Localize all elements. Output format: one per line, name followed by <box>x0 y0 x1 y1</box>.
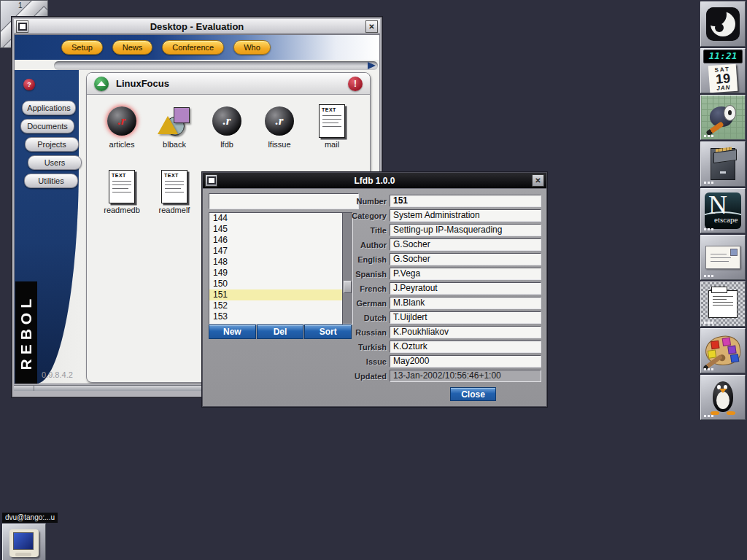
sidebar-item-documents[interactable]: Documents <box>20 119 74 133</box>
field-value-russian[interactable]: K.Poukhliakov <box>390 326 541 338</box>
desktop: 1 Desktop - Evaluation ✕ SetupNewsConfer… <box>0 0 747 560</box>
miniaturize-button[interactable] <box>16 20 28 33</box>
nav-buttons: SetupNewsConferenceWho <box>61 40 271 55</box>
netscape-text: etscape <box>714 215 738 224</box>
rebol-glyph: .r <box>223 114 231 128</box>
folder-icon-mail[interactable]: TEXTmail <box>306 104 358 166</box>
folder-icon-lfissue[interactable]: .rlfissue <box>253 104 306 166</box>
sidebar-item-users[interactable]: Users <box>28 155 82 170</box>
minimized-terminal[interactable]: dvu@tango:...u <box>2 510 58 560</box>
form-row-german: GermanM.Blank <box>334 297 541 309</box>
list-item-146[interactable]: 146 <box>209 235 342 246</box>
field-value-dutch[interactable]: T.Uijldert <box>390 311 541 324</box>
linuxfocus-header[interactable]: LinuxFocus ! <box>87 73 370 95</box>
folder-icon-label: readmelf <box>159 206 190 214</box>
alert-icon[interactable]: ! <box>348 77 363 91</box>
folder-icon-label: articles <box>109 140 135 149</box>
folder-icon-label: readmedb <box>104 206 140 214</box>
lfdb-titlebar[interactable]: Lfdb 1.0.0 ✕ <box>203 173 546 189</box>
field-label-category: Category <box>334 211 387 220</box>
field-value-turkish[interactable]: K.Ozturk <box>390 341 541 353</box>
form-row-category: CategorySystem Administration <box>334 209 541 222</box>
nav-button-who[interactable]: Who <box>233 40 271 55</box>
dock-tile-netscape[interactable]: N etscape <box>700 188 746 233</box>
list-item-149[interactable]: 149 <box>209 268 342 279</box>
doc-line <box>322 119 341 120</box>
dock-tile-clock[interactable]: 11:21 SAT 19 JAN <box>700 48 746 93</box>
up-arrow-icon <box>97 81 106 86</box>
list-item-151[interactable]: 151 <box>209 289 342 300</box>
sidebar-item-projects[interactable]: Projects <box>25 137 79 152</box>
doc-line <box>165 184 184 185</box>
form-row-turkish: TurkishK.Ozturk <box>334 341 541 353</box>
list-item-144[interactable]: 144 <box>209 213 342 224</box>
scroll-pill-bar[interactable] <box>54 61 378 70</box>
form-row-french: FrenchJ.Peyratout <box>334 282 541 295</box>
field-value-french[interactable]: J.Peyratout <box>390 282 541 295</box>
list-item-152[interactable]: 152 <box>209 300 342 311</box>
field-value-spanish[interactable]: P.Vega <box>390 268 541 280</box>
dock-tile-gnustep[interactable] <box>700 1 746 47</box>
dock-tile-mail-reader[interactable] <box>700 281 746 327</box>
desktop-window-titlebar[interactable]: Desktop - Evaluation ✕ <box>14 19 380 34</box>
help-icon[interactable]: ? <box>23 79 35 90</box>
list-item-153[interactable]: 153 <box>209 311 342 322</box>
folder-icon-readmedb[interactable]: TEXTreadmedb <box>96 169 148 232</box>
nav-button-conference[interactable]: Conference <box>162 40 224 55</box>
lfdb-miniaturize-button[interactable] <box>205 174 217 187</box>
del-button[interactable]: Del <box>257 324 304 339</box>
list-item-148[interactable]: 148 <box>209 257 342 268</box>
field-value-title[interactable]: Setting-up IP-Masquerading <box>390 224 541 236</box>
field-value-english[interactable]: G.Socher <box>390 253 541 265</box>
field-value-german[interactable]: M.Blank <box>390 297 541 309</box>
field-value-author[interactable]: G.Socher <box>390 238 541 251</box>
new-button[interactable]: New <box>209 324 256 339</box>
field-label-french: French <box>334 284 387 293</box>
field-value-issue[interactable]: May2000 <box>390 355 541 368</box>
calendar-month: JAN <box>710 84 738 93</box>
dock-tile-gimp[interactable] <box>700 95 746 140</box>
doc-line <box>112 181 131 182</box>
list-item-147[interactable]: 147 <box>209 246 342 257</box>
calendar-icon: SAT 19 JAN <box>708 64 738 93</box>
mini-window-icon <box>207 176 216 184</box>
dock-tile-tux[interactable] <box>700 375 746 420</box>
dock-tile-palette[interactable] <box>700 328 746 373</box>
rebol-glyph: .r <box>118 114 126 128</box>
nav-button-setup[interactable]: Setup <box>61 40 103 55</box>
icon-art: TEXT <box>161 169 187 204</box>
field-value-category[interactable]: System Administration <box>390 209 541 222</box>
folder-icon-blback[interactable]: blback <box>148 104 201 166</box>
icon-art: TEXT <box>319 104 345 139</box>
dock-tile-mail[interactable] <box>700 235 746 280</box>
folder-icon-articles[interactable]: .rarticles <box>96 104 148 166</box>
text-doc-icon: TEXT <box>109 170 135 203</box>
doc-line <box>322 126 341 127</box>
doc-line <box>112 192 131 192</box>
nav-button-news[interactable]: News <box>112 40 153 55</box>
palette-icon <box>703 334 742 368</box>
lfdb-close-button[interactable]: ✕ <box>532 174 544 187</box>
doc-glyph: TEXT <box>112 173 134 178</box>
sidebar-item-utilities[interactable]: Utilities <box>24 174 78 188</box>
folder-icon-readmelf[interactable]: TEXTreadmelf <box>148 169 201 232</box>
article-number-list[interactable]: 144145146147148149150151152153 <box>209 212 343 324</box>
open-folder-icon[interactable] <box>94 77 109 91</box>
dock-tile-file-cabinet[interactable] <box>700 141 746 187</box>
doc-line <box>112 188 128 189</box>
list-item-145[interactable]: 145 <box>209 224 342 235</box>
folder-title: LinuxFocus <box>116 78 169 89</box>
desktop-close-button[interactable]: ✕ <box>365 20 378 33</box>
icon-art: .r <box>107 104 136 139</box>
rebol-logo: REBOL <box>15 281 37 384</box>
field-label-spanish: Spanish <box>334 270 387 279</box>
field-value-number[interactable]: 151 <box>390 195 541 207</box>
field-label-turkish: Turkish <box>334 343 387 351</box>
miniwindow-tile[interactable] <box>2 524 46 560</box>
running-dots <box>704 415 706 417</box>
folder-icon-lfdb[interactable]: .rlfdb <box>201 104 253 166</box>
list-item-150[interactable]: 150 <box>209 279 342 289</box>
sidebar-item-applications[interactable]: Applications <box>22 101 76 115</box>
doc-line <box>165 188 181 189</box>
close-record-button[interactable]: Close <box>450 387 496 401</box>
